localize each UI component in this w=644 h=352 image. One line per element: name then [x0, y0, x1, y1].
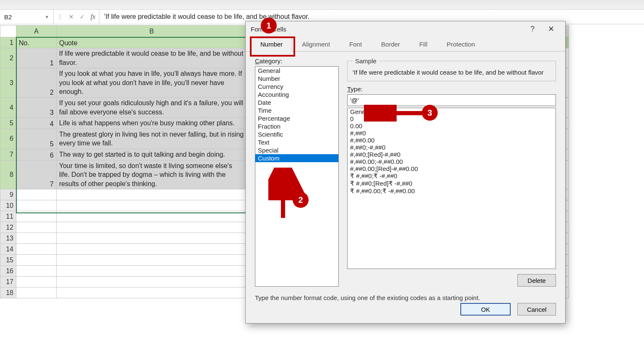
dots-icon: ⋮ — [57, 13, 63, 20]
row-header[interactable]: 4 — [0, 97, 16, 117]
cell[interactable]: 7 — [16, 160, 57, 189]
row-header[interactable]: 15 — [0, 255, 16, 266]
cell[interactable]: If life were predictable it would cease … — [57, 48, 247, 68]
cell[interactable]: Life is what happens when you're busy ma… — [57, 118, 247, 129]
category-item[interactable]: General — [255, 67, 338, 75]
row-header[interactable]: 2 — [0, 48, 16, 68]
category-item[interactable]: Number — [255, 75, 338, 83]
formula-input[interactable]: 'If life were predictable it would cease… — [99, 13, 644, 21]
category-label: Category: — [255, 57, 339, 65]
type-label: Type: — [347, 85, 556, 93]
tab-font[interactable]: Font — [340, 37, 371, 52]
type-option[interactable]: 0.00 — [348, 122, 556, 129]
category-listbox[interactable]: GeneralNumberCurrencyAccountingDateTimeP… — [255, 66, 339, 287]
category-item[interactable]: Date — [255, 98, 338, 106]
cell[interactable]: 3 — [16, 97, 57, 117]
cell[interactable]: 6 — [16, 149, 57, 160]
sample-label: Sample — [353, 57, 379, 65]
type-option[interactable]: ₹ #,##0.00;₹ -#,##0.00 — [348, 187, 556, 195]
formula-tools: ⋮ ✕ ✓ fx — [54, 10, 99, 24]
tab-border[interactable]: Border — [371, 37, 410, 52]
format-cells-dialog: Format Cells ? ✕ Number Alignment Font B… — [245, 21, 566, 324]
category-item[interactable]: Special — [255, 146, 338, 154]
row-header[interactable]: 3 — [0, 68, 16, 98]
fx-icon[interactable]: fx — [91, 13, 96, 21]
cell[interactable]: If you set your goals ridiculously high … — [57, 97, 247, 117]
row-header[interactable]: 16 — [0, 266, 16, 277]
category-item[interactable]: Scientific — [255, 130, 338, 138]
row-header[interactable]: 18 — [0, 287, 16, 298]
category-item[interactable]: Percentage — [255, 114, 338, 122]
category-item[interactable]: Time — [255, 106, 338, 114]
cell[interactable]: 4 — [16, 118, 57, 129]
type-option[interactable]: #,##0;[Red]-#,##0 — [348, 151, 556, 158]
cell[interactable]: Your time is limited, so don't waste it … — [57, 160, 247, 189]
cell[interactable]: If you look at what you have in life, yo… — [57, 68, 247, 98]
ok-button[interactable]: OK — [460, 303, 511, 316]
category-item[interactable]: Accounting — [255, 91, 338, 98]
row-header[interactable]: 11 — [0, 211, 16, 222]
row-header[interactable]: 5 — [0, 118, 16, 129]
col-header[interactable]: A — [16, 26, 57, 37]
type-option[interactable]: #,##0;-#,##0 — [348, 144, 556, 151]
sample-text: 'If life were predictable it would cease… — [353, 69, 551, 76]
help-icon[interactable]: ? — [523, 25, 542, 34]
format-hint: Type the number format code, using one o… — [255, 294, 556, 301]
cell[interactable]: 5 — [16, 129, 57, 149]
row-header[interactable]: 9 — [0, 189, 16, 200]
type-option[interactable]: General — [348, 108, 556, 115]
col-header[interactable]: B — [57, 26, 247, 37]
select-all-corner[interactable] — [0, 26, 16, 37]
category-item[interactable]: Currency — [255, 83, 338, 91]
sample-box: Sample 'If life were predictable it woul… — [347, 57, 556, 81]
cancel-button[interactable]: Cancel — [517, 303, 556, 316]
cancel-icon[interactable]: ✕ — [69, 13, 74, 20]
chevron-down-icon[interactable]: ▼ — [45, 15, 49, 19]
tab-number[interactable]: Number — [251, 37, 292, 52]
category-item[interactable]: Text — [255, 138, 338, 146]
cell[interactable]: The greatest glory in living lies not in… — [57, 129, 247, 149]
type-option[interactable]: #,##0.00 — [348, 137, 556, 144]
type-option[interactable]: 0 — [348, 115, 556, 122]
type-option[interactable]: ₹ #,##0;[Red]₹ -#,##0 — [348, 180, 556, 187]
dialog-title: Format Cells — [251, 26, 286, 33]
row-header[interactable]: 6 — [0, 129, 16, 149]
name-box-value: B2 — [4, 13, 12, 21]
row-header[interactable]: 12 — [0, 222, 16, 233]
dialog-tabs: Number Alignment Font Border Fill Protec… — [246, 36, 565, 52]
delete-button[interactable]: Delete — [517, 274, 556, 287]
row-header[interactable]: 17 — [0, 277, 16, 287]
row-header[interactable]: 8 — [0, 160, 16, 189]
type-input[interactable] — [347, 94, 556, 106]
type-option[interactable]: ₹ #,##0;₹ -#,##0 — [348, 172, 556, 180]
dialog-titlebar[interactable]: Format Cells ? ✕ — [246, 21, 565, 36]
type-option[interactable]: #,##0.00;[Red]-#,##0.00 — [348, 165, 556, 172]
name-box[interactable]: B2 ▼ — [0, 10, 54, 24]
close-icon[interactable]: ✕ — [542, 24, 560, 34]
cell[interactable]: Quote — [57, 37, 247, 48]
category-item[interactable]: Custom — [255, 154, 338, 162]
cell[interactable]: The way to get started is to quit talkin… — [57, 149, 247, 160]
type-options-listbox[interactable]: General00.00#,##0#,##0.00#,##0;-#,##0#,#… — [347, 108, 556, 269]
tab-alignment[interactable]: Alignment — [292, 37, 340, 52]
enter-icon[interactable]: ✓ — [80, 13, 85, 20]
cell[interactable]: 1 — [16, 48, 57, 68]
row-header[interactable]: 10 — [0, 200, 16, 211]
category-item[interactable]: Fraction — [255, 122, 338, 130]
row-header[interactable]: 7 — [0, 149, 16, 160]
tab-protection[interactable]: Protection — [437, 37, 485, 52]
tab-fill[interactable]: Fill — [410, 37, 437, 52]
cell[interactable]: 2 — [16, 68, 57, 98]
cell[interactable]: No. — [16, 37, 57, 48]
type-option[interactable]: #,##0.00;-#,##0.00 — [348, 158, 556, 165]
row-header[interactable]: 1 — [0, 37, 16, 48]
type-option[interactable]: #,##0 — [348, 129, 556, 137]
row-header[interactable]: 14 — [0, 244, 16, 255]
row-header[interactable]: 13 — [0, 233, 16, 244]
